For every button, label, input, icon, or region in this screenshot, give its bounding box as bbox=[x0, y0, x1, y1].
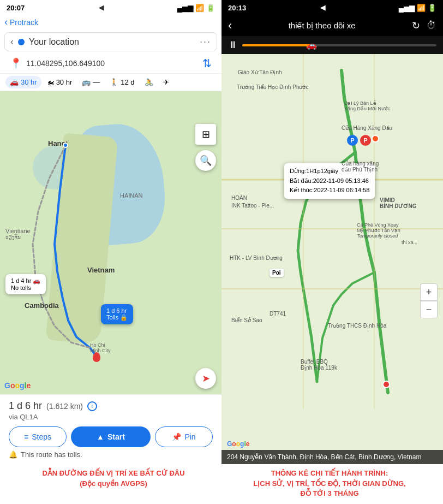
map-left: Hanoi HAINAN Vientiane ວຽງຈັນ Vietnam Ca… bbox=[0, 91, 222, 394]
address-text: 204 Nguyễn Văn Thành, Định Hòa, Bến Cát,… bbox=[227, 453, 421, 461]
progress-track: 🚗 bbox=[242, 44, 436, 46]
label-bien-so: Biển Sở Sao bbox=[231, 317, 262, 323]
parking-marker-1: P bbox=[347, 135, 358, 146]
route-box-notolls: 1 d 4 hr 🚗 No tolls bbox=[5, 274, 46, 294]
wifi-icon-left: 📶 bbox=[195, 4, 204, 12]
poi-label: Poi bbox=[270, 269, 284, 277]
car-duration: 30 hr bbox=[21, 78, 37, 86]
label-dai-ly: Đại Lý Bán LẻXăng Dầu Mới Nước bbox=[344, 100, 391, 111]
transport-fly[interactable]: ✈ bbox=[159, 76, 173, 88]
banner-right: THÔNG KÊ CHI TIẾT HÀNH TRÌNH:LỊCH SỬ, VỊ… bbox=[222, 469, 438, 499]
transport-bus[interactable]: 🚌 — bbox=[77, 76, 104, 88]
status-icons-left: ▄▅▆ 📶 🔋 bbox=[177, 4, 215, 12]
transport-row: 🚗 30 hr 🏍 30 hr 🚌 — 🚶 12 d 🚴 ✈ bbox=[0, 73, 222, 91]
wifi-icon-right: 📶 bbox=[417, 4, 426, 12]
playback-bar: ⏸ 🚗 bbox=[222, 36, 443, 54]
signal-icon-right: ▄▅▆ bbox=[399, 4, 415, 12]
route-marker-orange bbox=[372, 135, 379, 143]
status-time-right: 20:13 bbox=[228, 4, 246, 12]
map-bg-left: Hanoi HAINAN Vientiane ວຽງຈັນ Vietnam Ca… bbox=[0, 91, 222, 394]
play-pause-btn[interactable]: ⏸ bbox=[228, 39, 238, 51]
cycle-icon: 🚴 bbox=[145, 78, 153, 86]
signal-icon-left: ▄▅▆ bbox=[177, 4, 193, 12]
bottom-route-panel: 1 d 6 hr (1.612 km) i via QL1A ≡ Steps ▲… bbox=[0, 394, 222, 464]
back-btn-right[interactable]: ‹ bbox=[228, 19, 232, 33]
label-truong-tieu: Trường Tiểu Học Định Phước bbox=[237, 84, 308, 90]
route-distance: (1.612 km) bbox=[46, 402, 83, 411]
coords-row: 📍 11.048295,106.649100 ⇅ bbox=[0, 54, 222, 73]
route-box-tolls: 1 d 6 hr Tolls 🔒 bbox=[101, 304, 133, 324]
tolls-notice: 🔔 This route has tolls. bbox=[9, 450, 213, 461]
fly-icon: ✈ bbox=[163, 78, 169, 86]
battery-icon-left: 🔋 bbox=[206, 4, 215, 12]
popup-line3: Kết thúc:2022-11-09 06:14:58 bbox=[290, 186, 369, 195]
coordinates-text: 11.048295,106.649100 bbox=[26, 59, 198, 68]
zoom-in-btn[interactable]: + bbox=[420, 283, 438, 301]
hcm-label: Ho ChiMinh City bbox=[90, 342, 111, 353]
more-options-icon[interactable]: ··· bbox=[200, 36, 211, 48]
status-arrow-right: ◀ bbox=[320, 4, 325, 11]
status-bar-left: 20:07 ◀ ▄▅▆ 📶 🔋 bbox=[0, 0, 222, 15]
walk-duration: 12 d bbox=[121, 78, 134, 86]
status-icons-right: ▄▅▆ 📶 🔋 bbox=[399, 4, 436, 12]
vientiane-label2: ວຽງຈັນ bbox=[5, 234, 21, 240]
header-title-right: thiết bị theo dõi xe bbox=[236, 21, 408, 31]
banner-left-text: DẪN ĐƯỜNG ĐẾN VỊ TRÍ XE BẤT CỨ ĐÂU(Độc q… bbox=[42, 469, 184, 487]
search-btn[interactable]: 🔍 bbox=[195, 150, 216, 171]
swap-icon[interactable]: ⇅ bbox=[202, 57, 212, 70]
label-htk: HTK - LV Bình Dương bbox=[230, 255, 283, 261]
bus-icon: 🚌 bbox=[82, 78, 91, 86]
banner-right-text: THÔNG KÊ CHI TIẾT HÀNH TRÌNH:LỊCH SỬ, VỊ… bbox=[253, 469, 405, 497]
start-button[interactable]: ▲ Start bbox=[71, 426, 151, 447]
route-distance-row: 1 d 6 hr (1.612 km) i bbox=[9, 400, 213, 412]
transport-moto[interactable]: 🏍 30 hr bbox=[43, 76, 77, 88]
status-arrow-left: ◀ bbox=[99, 4, 104, 11]
status-bar-right: 20:13 ◀ ▄▅▆ 📶 🔋 bbox=[222, 0, 443, 15]
location-text[interactable]: Your location bbox=[29, 37, 195, 47]
location-row: ‹ Your location ··· bbox=[4, 32, 217, 51]
transport-walk[interactable]: 🚶 12 d bbox=[105, 76, 139, 88]
label-phu-thinh: Cửa hàng xăngdầu Phú Thịnh bbox=[342, 161, 379, 173]
refresh-icon[interactable]: ↻ bbox=[412, 20, 420, 32]
zoom-out-btn[interactable]: − bbox=[420, 301, 438, 318]
transport-car[interactable]: 🚗 30 hr bbox=[5, 76, 41, 88]
cambodia-label: Cambodia bbox=[25, 301, 59, 310]
map-right: Dừng:1H1p12giây Bắt đầu:2022-11-09 05:13… bbox=[222, 54, 443, 464]
app-name: Protrack bbox=[10, 18, 38, 27]
steps-icon: ≡ bbox=[24, 432, 28, 441]
label-cua-hang: Cửa Hàng Xăng Dầu bbox=[342, 125, 392, 131]
route-marker-red-end bbox=[382, 381, 390, 388]
moto-duration: 30 hr bbox=[56, 78, 73, 86]
label-giao-xu: Giáo Xứ Tân Định bbox=[238, 69, 282, 75]
label-thi-xa: thi xa... bbox=[402, 240, 417, 245]
steps-button[interactable]: ≡ Steps bbox=[9, 426, 67, 447]
hainan-label: HAINAN bbox=[120, 192, 143, 199]
layers-btn[interactable]: ⊞ bbox=[195, 124, 216, 145]
zoom-controls: + − bbox=[420, 283, 438, 318]
location-dot-icon bbox=[18, 39, 25, 45]
history-icon[interactable]: ⏱ bbox=[427, 20, 436, 32]
route-svg bbox=[0, 91, 222, 394]
status-time-left: 20:07 bbox=[7, 4, 25, 12]
protrack-back-arrow[interactable]: ‹ bbox=[4, 16, 8, 28]
route-via: via QL1A bbox=[9, 413, 213, 421]
label-vimid: VIMIDBÌNH DƯƠNG bbox=[380, 197, 416, 209]
moto-icon: 🏍 bbox=[47, 78, 54, 86]
transport-cycle[interactable]: 🚴 bbox=[140, 76, 158, 88]
header-icons-right: ↻ ⏱ bbox=[412, 20, 436, 32]
action-buttons: ≡ Steps ▲ Start 📌 Pin bbox=[9, 426, 213, 447]
battery-icon-right: 🔋 bbox=[428, 4, 436, 12]
pin-btn-icon: 📌 bbox=[172, 432, 181, 441]
pin-button[interactable]: 📌 Pin bbox=[155, 426, 213, 447]
google-logo-left: Google bbox=[4, 381, 31, 390]
route-info-icon[interactable]: i bbox=[87, 401, 97, 411]
end-marker bbox=[93, 352, 100, 362]
label-ca-phe: Cà Phê Vòng XoayMỹ Phước Tân VạnTemporar… bbox=[357, 222, 400, 239]
address-bar-right: 204 Nguyễn Văn Thành, Định Hòa, Bến Cát,… bbox=[222, 450, 443, 464]
label-hoan: HOÀN bbox=[231, 195, 247, 201]
location-back-btn[interactable]: ‹ bbox=[10, 36, 14, 48]
map-bg-right: Dừng:1H1p12giây Bắt đầu:2022-11-09 05:13… bbox=[222, 54, 443, 464]
start-marker bbox=[63, 143, 68, 148]
vientiane-label: Vientiane bbox=[5, 228, 31, 234]
protrack-bar: ‹ Protrack bbox=[0, 15, 222, 30]
